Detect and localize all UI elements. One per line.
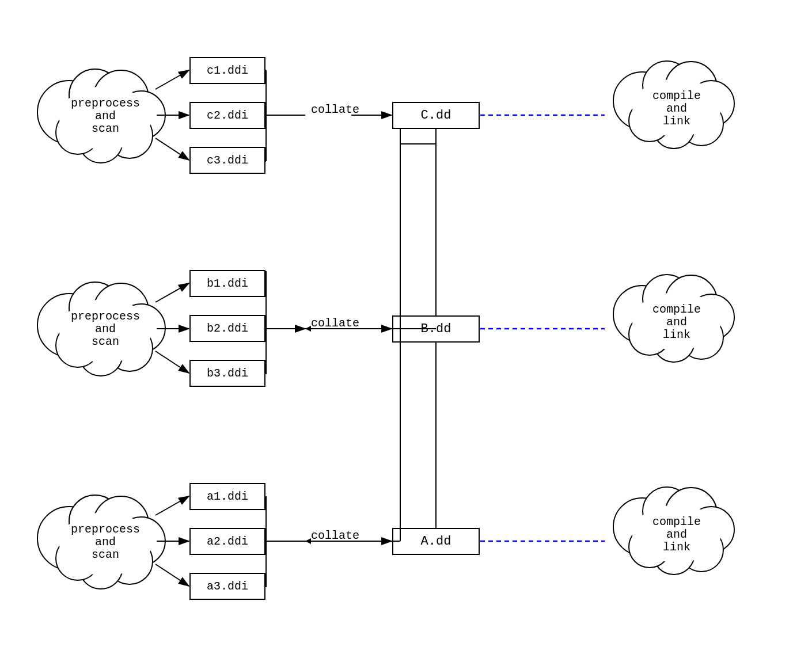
svg-text:preprocess: preprocess	[71, 523, 140, 536]
svg-text:link: link	[663, 328, 690, 341]
label-a1ddi: a1.ddi	[207, 490, 248, 503]
arrow-cloud-b3	[155, 351, 189, 373]
collate-label-c: collate	[311, 103, 359, 116]
svg-text:compile: compile	[652, 303, 701, 316]
label-a2ddi: a2.ddi	[207, 535, 248, 548]
label-b3ddi: b3.ddi	[207, 367, 248, 380]
arrow-cloud-a3	[155, 564, 189, 586]
arrow-cloud-c1	[155, 70, 189, 89]
arrow-feed-a	[305, 538, 311, 544]
svg-text:and: and	[666, 528, 687, 541]
arrow-cloud-a1	[155, 496, 189, 515]
collate-label-a: collate	[311, 529, 359, 542]
label-cdd: C.dd	[421, 108, 451, 123]
svg-text:preprocess: preprocess	[71, 310, 140, 323]
svg-text:and: and	[95, 109, 116, 123]
svg-text:compile: compile	[652, 89, 701, 102]
svg-text:scan: scan	[92, 548, 119, 561]
arrow-feed-b	[305, 326, 311, 332]
label-b1ddi: b1.ddi	[207, 277, 248, 290]
label-a3ddi: a3.ddi	[207, 580, 248, 593]
cloud-compile-b: compile and link	[613, 275, 734, 362]
arrow-cloud-b1	[155, 283, 189, 302]
cloud-preprocess-c: preprocess and scan	[37, 69, 165, 163]
label-b2ddi: b2.ddi	[207, 322, 248, 335]
arrow-cloud-c3	[155, 138, 189, 160]
svg-text:and: and	[666, 102, 687, 115]
svg-text:and: and	[95, 322, 116, 336]
cloud-preprocess-a: preprocess and scan	[37, 495, 165, 589]
label-c1ddi: c1.ddi	[207, 64, 248, 77]
collate-label-b: collate	[311, 317, 359, 330]
svg-text:link: link	[663, 115, 690, 128]
cloud-compile-a: compile and link	[613, 487, 734, 575]
cloud-label-c: preprocess	[71, 97, 140, 110]
label-c3ddi: c3.ddi	[207, 154, 248, 167]
cloud-preprocess-b: preprocess and scan	[37, 282, 165, 376]
cloud-compile-c: compile and link	[613, 61, 734, 149]
svg-text:and: and	[95, 535, 116, 549]
label-c2ddi: c2.ddi	[207, 109, 248, 122]
svg-text:scan: scan	[92, 335, 119, 348]
label-add: A.dd	[421, 534, 451, 549]
svg-text:link: link	[663, 541, 690, 554]
svg-text:compile: compile	[652, 515, 701, 528]
svg-text:and: and	[666, 315, 687, 329]
svg-text:scan: scan	[92, 122, 119, 135]
